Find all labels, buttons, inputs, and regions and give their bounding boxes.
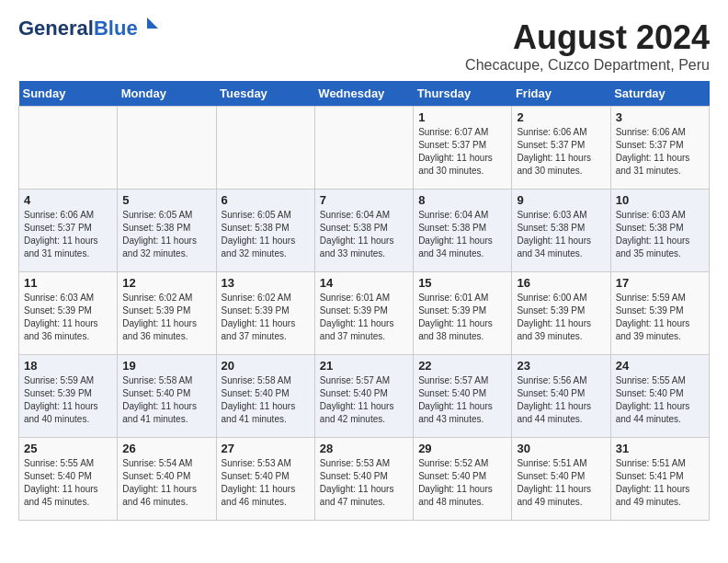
day-number: 26: [122, 442, 210, 455]
day-info: Sunrise: 5:55 AM Sunset: 5:40 PM Dayligh…: [616, 374, 704, 426]
day-number: 20: [222, 359, 310, 373]
calendar-cell: 15Sunrise: 6:01 AM Sunset: 5:39 PM Dayli…: [414, 272, 512, 355]
day-info: Sunrise: 6:04 AM Sunset: 5:38 PM Dayligh…: [320, 209, 408, 260]
weekday-header: Friday: [512, 81, 610, 107]
day-number: 11: [24, 276, 112, 290]
day-number: 21: [320, 359, 408, 373]
day-info: Sunrise: 5:53 AM Sunset: 5:40 PM Dayligh…: [320, 457, 408, 509]
calendar-cell: 22Sunrise: 5:57 AM Sunset: 5:40 PM Dayli…: [414, 355, 512, 438]
calendar-cell: 4Sunrise: 6:06 AM Sunset: 5:37 PM Daylig…: [19, 190, 118, 272]
day-number: 31: [616, 442, 704, 455]
weekday-header: Wednesday: [314, 81, 413, 107]
weekday-header: Thursday: [414, 81, 512, 107]
day-number: 7: [320, 193, 408, 207]
day-info: Sunrise: 6:03 AM Sunset: 5:38 PM Dayligh…: [517, 209, 605, 260]
calendar-cell: 6Sunrise: 6:05 AM Sunset: 5:38 PM Daylig…: [216, 190, 314, 272]
calendar-week-row: 11Sunrise: 6:03 AM Sunset: 5:39 PM Dayli…: [19, 272, 710, 355]
day-number: 23: [517, 359, 605, 373]
day-info: Sunrise: 5:53 AM Sunset: 5:40 PM Dayligh…: [222, 457, 310, 509]
calendar-cell: 28Sunrise: 5:53 AM Sunset: 5:40 PM Dayli…: [314, 438, 413, 521]
day-number: 14: [320, 276, 408, 290]
day-info: Sunrise: 5:57 AM Sunset: 5:40 PM Dayligh…: [320, 374, 408, 426]
title-block: August 2024 Checacupe, Cuzco Department,…: [465, 18, 710, 74]
calendar-cell: 7Sunrise: 6:04 AM Sunset: 5:38 PM Daylig…: [314, 190, 413, 272]
calendar-cell: 12Sunrise: 6:02 AM Sunset: 5:39 PM Dayli…: [118, 272, 216, 355]
day-number: 22: [418, 359, 506, 373]
day-info: Sunrise: 6:07 AM Sunset: 5:37 PM Dayligh…: [418, 126, 506, 178]
day-info: Sunrise: 6:05 AM Sunset: 5:38 PM Dayligh…: [122, 209, 210, 260]
day-number: 25: [24, 442, 112, 455]
logo: GeneralBlue: [18, 18, 160, 39]
day-number: 24: [616, 359, 704, 373]
day-info: Sunrise: 5:55 AM Sunset: 5:40 PM Dayligh…: [24, 457, 112, 509]
calendar-cell: 18Sunrise: 5:59 AM Sunset: 5:39 PM Dayli…: [19, 355, 118, 438]
weekday-header: Tuesday: [216, 81, 314, 107]
weekday-header: Saturday: [610, 81, 709, 107]
calendar-cell: 23Sunrise: 5:56 AM Sunset: 5:40 PM Dayli…: [512, 355, 610, 438]
calendar-cell: 3Sunrise: 6:06 AM Sunset: 5:37 PM Daylig…: [610, 107, 709, 190]
day-info: Sunrise: 6:06 AM Sunset: 5:37 PM Dayligh…: [24, 209, 112, 260]
day-number: 28: [320, 442, 408, 455]
day-info: Sunrise: 5:56 AM Sunset: 5:40 PM Dayligh…: [517, 374, 605, 426]
logo-text: GeneralBlue: [18, 18, 138, 39]
day-info: Sunrise: 6:02 AM Sunset: 5:39 PM Dayligh…: [122, 292, 210, 343]
page-title: August 2024: [465, 18, 710, 57]
calendar-cell: 21Sunrise: 5:57 AM Sunset: 5:40 PM Dayli…: [314, 355, 413, 438]
logo-icon: [140, 16, 160, 36]
day-info: Sunrise: 6:02 AM Sunset: 5:39 PM Dayligh…: [222, 292, 310, 343]
day-number: 18: [24, 359, 112, 373]
calendar-week-row: 1Sunrise: 6:07 AM Sunset: 5:37 PM Daylig…: [19, 107, 710, 190]
weekday-header: Monday: [118, 81, 216, 107]
calendar-cell: 24Sunrise: 5:55 AM Sunset: 5:40 PM Dayli…: [610, 355, 709, 438]
day-number: 17: [616, 276, 704, 290]
header-row: SundayMondayTuesdayWednesdayThursdayFrid…: [19, 81, 710, 107]
day-number: 9: [517, 193, 605, 207]
day-info: Sunrise: 5:51 AM Sunset: 5:40 PM Dayligh…: [517, 457, 605, 509]
day-number: 1: [418, 110, 506, 124]
day-info: Sunrise: 5:59 AM Sunset: 5:39 PM Dayligh…: [616, 292, 704, 343]
day-info: Sunrise: 5:51 AM Sunset: 5:41 PM Dayligh…: [616, 457, 704, 509]
calendar-cell: [314, 107, 413, 190]
svg-marker-0: [147, 17, 158, 29]
day-info: Sunrise: 6:06 AM Sunset: 5:37 PM Dayligh…: [616, 126, 704, 178]
day-number: 27: [222, 442, 310, 455]
calendar-cell: 17Sunrise: 5:59 AM Sunset: 5:39 PM Dayli…: [610, 272, 709, 355]
calendar-table: SundayMondayTuesdayWednesdayThursdayFrid…: [18, 81, 710, 521]
day-number: 8: [418, 193, 506, 207]
calendar-cell: 8Sunrise: 6:04 AM Sunset: 5:38 PM Daylig…: [414, 190, 512, 272]
calendar-cell: 13Sunrise: 6:02 AM Sunset: 5:39 PM Dayli…: [216, 272, 314, 355]
calendar-week-row: 18Sunrise: 5:59 AM Sunset: 5:39 PM Dayli…: [19, 355, 710, 438]
day-info: Sunrise: 6:03 AM Sunset: 5:38 PM Dayligh…: [616, 209, 704, 260]
day-number: 15: [418, 276, 506, 290]
calendar-cell: 19Sunrise: 5:58 AM Sunset: 5:40 PM Dayli…: [118, 355, 216, 438]
day-info: Sunrise: 5:54 AM Sunset: 5:40 PM Dayligh…: [122, 457, 210, 509]
calendar-week-row: 25Sunrise: 5:55 AM Sunset: 5:40 PM Dayli…: [19, 438, 710, 521]
calendar-week-row: 4Sunrise: 6:06 AM Sunset: 5:37 PM Daylig…: [19, 190, 710, 272]
calendar-cell: 31Sunrise: 5:51 AM Sunset: 5:41 PM Dayli…: [610, 438, 709, 521]
day-number: 4: [24, 193, 112, 207]
day-number: 6: [222, 193, 310, 207]
calendar-cell: [216, 107, 314, 190]
day-number: 29: [418, 442, 506, 455]
calendar-cell: 29Sunrise: 5:52 AM Sunset: 5:40 PM Dayli…: [414, 438, 512, 521]
day-info: Sunrise: 6:05 AM Sunset: 5:38 PM Dayligh…: [222, 209, 310, 260]
day-number: 13: [222, 276, 310, 290]
day-info: Sunrise: 5:58 AM Sunset: 5:40 PM Dayligh…: [222, 374, 310, 426]
header: GeneralBlue August 2024 Checacupe, Cuzco…: [18, 18, 710, 74]
calendar-cell: 5Sunrise: 6:05 AM Sunset: 5:38 PM Daylig…: [118, 190, 216, 272]
day-number: 5: [122, 193, 210, 207]
day-info: Sunrise: 6:04 AM Sunset: 5:38 PM Dayligh…: [418, 209, 506, 260]
calendar-cell: 14Sunrise: 6:01 AM Sunset: 5:39 PM Dayli…: [314, 272, 413, 355]
day-info: Sunrise: 6:01 AM Sunset: 5:39 PM Dayligh…: [320, 292, 408, 343]
day-number: 3: [616, 110, 704, 124]
calendar-cell: 25Sunrise: 5:55 AM Sunset: 5:40 PM Dayli…: [19, 438, 118, 521]
calendar-cell: 1Sunrise: 6:07 AM Sunset: 5:37 PM Daylig…: [414, 107, 512, 190]
day-info: Sunrise: 5:57 AM Sunset: 5:40 PM Dayligh…: [418, 374, 506, 426]
day-info: Sunrise: 5:58 AM Sunset: 5:40 PM Dayligh…: [122, 374, 210, 426]
weekday-header: Sunday: [19, 81, 118, 107]
day-number: 12: [122, 276, 210, 290]
calendar-cell: 30Sunrise: 5:51 AM Sunset: 5:40 PM Dayli…: [512, 438, 610, 521]
calendar-cell: 2Sunrise: 6:06 AM Sunset: 5:37 PM Daylig…: [512, 107, 610, 190]
calendar-cell: [118, 107, 216, 190]
day-number: 19: [122, 359, 210, 373]
